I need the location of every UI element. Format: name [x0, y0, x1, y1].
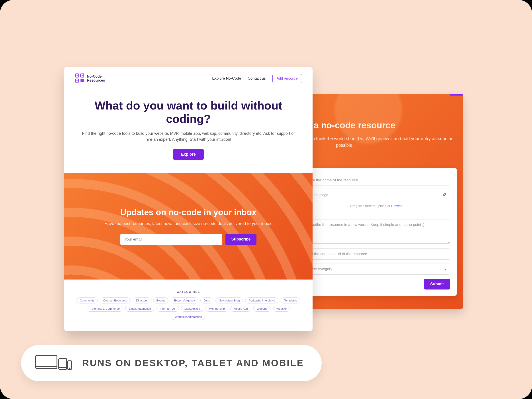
category-pill-row: CommunityCourse/ BootcampDirectoryEvents… [73, 298, 304, 320]
add-resource-form: Add an image Drag files here to upload o… [296, 168, 457, 296]
svg-rect-6 [76, 80, 77, 81]
category-pill[interactable]: Templates [281, 298, 300, 304]
devices-icon [34, 354, 72, 372]
categories-section: CATEGORIES CommunityCourse/ BootcampDire… [64, 279, 313, 329]
category-pill[interactable]: Webapp [253, 306, 271, 312]
dropzone-text: Drag files here to upload or [350, 204, 391, 208]
svg-rect-4 [82, 75, 82, 76]
category-pill[interactable]: Events [153, 298, 169, 304]
category-pill[interactable]: Experts/ Agency [171, 298, 198, 304]
category-pill[interactable]: Directory [133, 298, 151, 304]
platform-badge: RUNS ON DESKTOP, TABLET AND MOBILE [21, 345, 322, 381]
category-pill[interactable]: Marketplace [181, 306, 203, 312]
top-nav: Explore No-Code Contact us Add resource [212, 74, 302, 83]
category-pill[interactable]: Course/ Bootcamp [100, 298, 131, 304]
category-pill[interactable]: Podcasts/ Interviews [245, 298, 278, 304]
nav-contact[interactable]: Contact us [248, 76, 266, 81]
accent-bar [450, 94, 463, 95]
hero: What do you want to build without coding… [64, 88, 313, 169]
categories-heading: CATEGORIES [73, 290, 304, 293]
category-pill[interactable]: Email Automation [125, 306, 154, 312]
hero-title: What do you want to build without coding… [82, 99, 295, 126]
category-pill[interactable]: Community [76, 298, 98, 304]
category-pill[interactable]: Newsletter/ Blog [215, 298, 243, 304]
header: No-Code Resources Explore No-Code Contac… [64, 67, 313, 88]
resource-name-input[interactable] [303, 175, 450, 186]
submit-button[interactable]: Submit [424, 279, 450, 290]
category-pill[interactable]: Jobs [200, 298, 213, 304]
category-pill[interactable]: Membership [205, 306, 228, 312]
resource-url-input[interactable] [303, 248, 450, 260]
category-pill[interactable]: Internal Tool [157, 306, 179, 312]
newsletter-section: Updates on no-code in your inbox Have th… [64, 173, 313, 279]
newsletter-title: Updates on no-code in your inbox [120, 208, 256, 217]
dropzone[interactable]: Drag files here to upload or Browse [306, 200, 446, 212]
category-pill[interactable]: Tutorials: E-Commerce [87, 306, 123, 312]
attachment-icon [442, 193, 446, 197]
logo-icon [75, 73, 84, 83]
category-select[interactable]: Select category [303, 264, 450, 275]
platform-badge-text: RUNS ON DESKTOP, TABLET AND MOBILE [82, 358, 304, 368]
resource-description-input[interactable] [303, 219, 450, 244]
svg-rect-5 [76, 75, 77, 76]
category-pill[interactable]: Workflow Automation [171, 314, 205, 320]
newsletter-subtitle: Have the best resources, latest news and… [104, 221, 272, 226]
newsletter-email-input[interactable] [120, 234, 222, 245]
category-pill[interactable]: Website [273, 306, 290, 312]
image-upload[interactable]: Add an image Drag files here to upload o… [303, 190, 450, 215]
landing-page: No-Code Resources Explore No-Code Contac… [64, 67, 313, 331]
svg-point-12 [69, 368, 70, 369]
category-pill[interactable]: Mobile App [230, 306, 251, 312]
promo-frame: Add a no-code resource form to add a no-… [0, 0, 532, 399]
svg-rect-3 [81, 79, 84, 82]
nav-explore[interactable]: Explore No-Code [212, 76, 241, 81]
hero-subtitle: Find the right no-code tools to build yo… [82, 131, 295, 143]
browse-link[interactable]: Browse [391, 204, 402, 208]
explore-button[interactable]: Explore [173, 149, 204, 160]
subscribe-button[interactable]: Subscribe [225, 234, 256, 245]
add-resource-button[interactable]: Add resource [272, 74, 302, 83]
logo-text: No-Code Resources [87, 75, 105, 83]
logo[interactable]: No-Code Resources [75, 73, 105, 83]
